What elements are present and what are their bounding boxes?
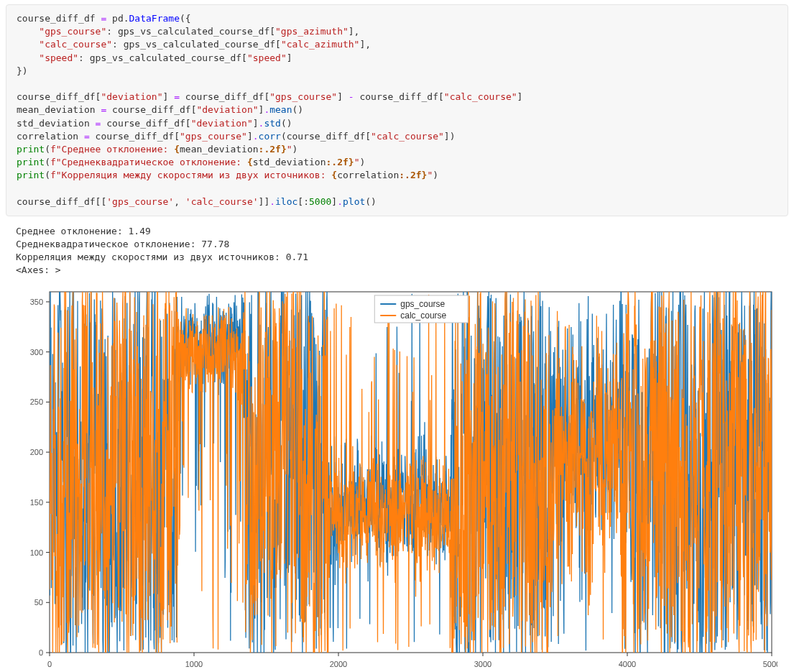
code-token: ] xyxy=(337,91,348,102)
code-token: () xyxy=(365,196,377,207)
code-token xyxy=(17,39,39,50)
code-token: f"Среднее отклонение: xyxy=(50,144,174,155)
y-tick-label: 150 xyxy=(30,497,43,506)
code-token: "gps_course" xyxy=(180,131,247,142)
output-line: Среднее отклонение: 1.49 xyxy=(16,226,151,236)
code-token: ]) xyxy=(444,131,456,142)
code-cell[interactable]: course_diff_df = pd.DataFrame({ "gps_cou… xyxy=(6,4,788,216)
code-token: course_diff_df[ xyxy=(17,91,101,102)
y-tick-label: 300 xyxy=(30,347,43,356)
code-token: - xyxy=(348,91,354,102)
output-line: Корреляция между скоростями из двух исто… xyxy=(16,252,308,262)
code-token xyxy=(17,52,39,63)
output-line: <Axes: > xyxy=(16,264,61,275)
code-token: "speed" xyxy=(247,52,287,63)
code-token: . xyxy=(253,131,259,142)
code-token: : gps_vs_calculated_course_df[ xyxy=(78,52,247,63)
code-token: course_diff_df[ xyxy=(354,91,444,102)
code-token: course_diff_df xyxy=(17,13,101,24)
code-token: ) xyxy=(292,144,298,155)
code-token: : gps_vs_calculated_course_df[ xyxy=(106,26,275,37)
code-token: course_diff_df[[ xyxy=(17,196,106,207)
code-token: ] xyxy=(517,91,523,102)
code-token: "deviation" xyxy=(196,104,258,115)
code-token: mean xyxy=(269,104,292,115)
code-token: "gps_course" xyxy=(269,91,337,102)
code-token: . xyxy=(269,196,275,207)
output-line: Среднеквадратическое отклонение: 77.78 xyxy=(16,239,229,249)
code-token: = xyxy=(84,131,90,142)
code-token: correlation xyxy=(17,131,84,142)
code-token: "deviation" xyxy=(191,118,253,129)
code-token: 'gps_course' xyxy=(106,196,174,207)
code-token: : xyxy=(399,170,405,180)
code-token: ( xyxy=(45,144,50,155)
code-token: "deviation" xyxy=(101,91,162,102)
code-token: ], xyxy=(359,39,371,50)
code-token: " xyxy=(287,144,292,155)
code-token: .2f xyxy=(331,157,348,167)
code-token: ] xyxy=(163,91,175,102)
code-token: ( xyxy=(45,157,50,167)
x-tick-label: 3000 xyxy=(474,660,491,668)
code-token xyxy=(17,26,39,37)
series-calc-course xyxy=(50,292,772,653)
code-token: mean_deviation xyxy=(180,144,259,155)
code-token: ) xyxy=(359,157,365,167)
code-token: print xyxy=(17,144,45,155)
code-token: f"Среднеквадратическое отклонение: xyxy=(50,157,247,167)
code-token: { xyxy=(174,144,180,155)
code-token: mean_deviation xyxy=(17,104,101,115)
output-cell: Среднее отклонение: 1.49 Среднеквадратич… xyxy=(6,221,788,280)
code-token: .2f xyxy=(405,170,421,180)
code-token: (course_diff_df[ xyxy=(281,131,371,142)
code-token: ], xyxy=(348,26,360,37)
legend-label: calc_course xyxy=(400,310,446,321)
code-token: } xyxy=(348,157,354,167)
code-token: ] xyxy=(287,52,292,63)
code-token: } xyxy=(281,144,287,155)
code-token: std xyxy=(264,118,280,129)
x-tick-label: 1000 xyxy=(185,660,203,668)
chart-output: 0501001502002503003500100020003000400050… xyxy=(10,286,777,672)
code-token: { xyxy=(247,157,253,167)
code-token: }) xyxy=(17,65,28,76)
x-tick-label: 4000 xyxy=(619,660,636,668)
code-token: std_deviation xyxy=(17,118,96,129)
code-token: DataFrame xyxy=(129,13,180,24)
code-token: "speed" xyxy=(39,52,78,63)
code-token: , xyxy=(174,196,185,207)
y-tick-label: 200 xyxy=(30,448,43,456)
y-tick-label: 0 xyxy=(39,648,43,657)
code-token: "calc_course" xyxy=(39,39,112,50)
code-token: f"Корреляция между скоростями из двух ис… xyxy=(50,170,331,180)
code-token: . xyxy=(337,196,343,207)
code-token: () xyxy=(281,118,292,129)
code-token: course_diff_df[ xyxy=(106,104,196,115)
code-token: ({ xyxy=(180,13,191,24)
code-token: [: xyxy=(297,196,309,207)
code-token: { xyxy=(331,170,337,180)
code-token: corr xyxy=(259,131,281,142)
code-token: plot xyxy=(343,196,365,207)
code-token: course_diff_df[ xyxy=(90,131,180,142)
code-token: 5000 xyxy=(309,196,331,207)
code-token: iloc xyxy=(275,196,297,207)
code-token: = xyxy=(174,91,180,102)
code-token: ] xyxy=(247,131,253,142)
code-token: "gps_azimuth" xyxy=(275,26,348,37)
code-token: ( xyxy=(45,170,50,180)
x-tick-label: 0 xyxy=(47,660,52,668)
code-token: pd. xyxy=(106,13,129,24)
code-token: .2f xyxy=(264,144,280,155)
code-token: ] xyxy=(331,196,337,207)
y-tick-label: 350 xyxy=(30,298,43,306)
y-tick-label: 50 xyxy=(34,598,43,607)
code-token: course_diff_df[ xyxy=(180,91,269,102)
x-tick-label: 2000 xyxy=(330,660,347,668)
code-token: () xyxy=(292,104,304,115)
y-tick-label: 100 xyxy=(30,548,43,556)
code-token: "gps_course" xyxy=(39,26,106,37)
line-chart: 0501001502002503003500100020003000400050… xyxy=(10,286,777,672)
code-token: ] xyxy=(253,118,259,129)
